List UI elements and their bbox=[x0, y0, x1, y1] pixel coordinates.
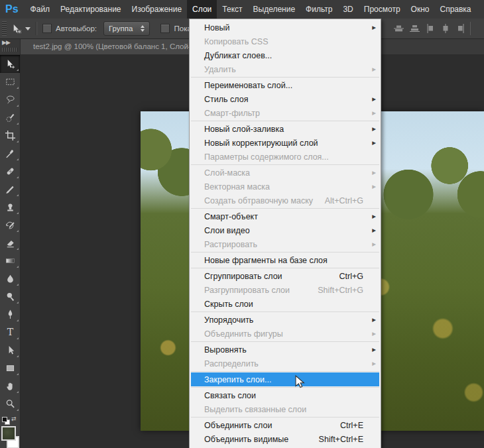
swap-colors-icon[interactable]: ⇄ bbox=[11, 416, 17, 422]
menu-3d[interactable]: 3D bbox=[337, 0, 358, 19]
path-selection-tool[interactable] bbox=[0, 341, 20, 359]
show-transform-checkbox[interactable] bbox=[160, 24, 170, 33]
lasso-tool[interactable] bbox=[0, 91, 20, 109]
menubar: Ps Файл Редактирование Изображение Слои … bbox=[0, 0, 484, 19]
menu-view[interactable]: Просмотр bbox=[359, 0, 406, 19]
menu-item-link-layers[interactable]: Связать слои bbox=[190, 388, 381, 402]
autoselect-target-value: Группа bbox=[109, 25, 133, 32]
shortcut-label: Shift+Ctrl+E bbox=[311, 435, 363, 444]
default-colors-icon[interactable] bbox=[2, 417, 7, 422]
menu-item-arrange[interactable]: Упорядочить▶ bbox=[190, 313, 381, 327]
move-tool[interactable] bbox=[0, 55, 20, 73]
menu-item-group-layers[interactable]: Сгруппировать слоиCtrl+G bbox=[190, 269, 381, 283]
menu-item-layer-style[interactable]: Стиль слоя▶ bbox=[190, 92, 381, 106]
gradient-tool[interactable] bbox=[0, 252, 20, 270]
menu-item-hide-layers[interactable]: Скрыть слои bbox=[190, 297, 381, 311]
menu-select[interactable]: Выделение bbox=[248, 0, 301, 19]
menu-item-ungroup-layers: Разгруппировать слоиShift+Ctrl+G bbox=[190, 283, 381, 297]
align-left-edges-icon[interactable] bbox=[426, 24, 435, 33]
tool-panel: ▶▶ bbox=[0, 38, 21, 448]
options-separator-right bbox=[470, 22, 471, 35]
submenu-arrow-icon: ▶ bbox=[372, 213, 376, 219]
align-horizontal-centers-icon[interactable] bbox=[441, 24, 450, 33]
submenu-arrow-icon: ▶ bbox=[372, 25, 376, 30]
type-tool[interactable]: T bbox=[0, 323, 20, 341]
zoom-tool[interactable] bbox=[0, 395, 20, 413]
menu-type[interactable]: Текст bbox=[217, 0, 247, 19]
shortcut-label: Shift+Ctrl+G bbox=[310, 286, 363, 295]
eyedropper-tool[interactable] bbox=[0, 144, 20, 162]
submenu-arrow-icon: ▶ bbox=[372, 170, 376, 176]
brush-icon bbox=[5, 184, 16, 195]
menu-item-smart-object[interactable]: Смарт-объект▶ bbox=[190, 209, 381, 223]
dodge-tool[interactable] bbox=[0, 288, 20, 306]
menu-separator bbox=[191, 164, 379, 165]
align-vertical-centers-icon[interactable] bbox=[394, 24, 404, 33]
hand-tool[interactable] bbox=[0, 377, 20, 395]
collapse-panel-icon[interactable]: ▶▶ bbox=[2, 39, 10, 46]
current-tool-button[interactable] bbox=[11, 23, 30, 34]
svg-text:T: T bbox=[7, 327, 13, 337]
blur-tool[interactable] bbox=[0, 270, 20, 288]
eyedropper-icon bbox=[5, 148, 16, 159]
quick-selection-icon bbox=[5, 112, 16, 123]
menu-item-smart-filter: Смарт-фильтр▶ bbox=[190, 106, 381, 120]
menu-item-lock-layers[interactable]: Закрепить слои... bbox=[191, 372, 379, 386]
menu-item-distribute: Распределить▶ bbox=[190, 357, 381, 370]
pen-tool[interactable] bbox=[0, 306, 20, 323]
menu-filter[interactable]: Фильтр bbox=[300, 0, 337, 19]
quick-selection-tool[interactable] bbox=[0, 109, 20, 127]
menu-layers[interactable]: Слои bbox=[187, 0, 217, 19]
tool-panel-grip[interactable] bbox=[2, 48, 18, 52]
clone-stamp-icon bbox=[5, 201, 16, 213]
menu-edit[interactable]: Редактирование bbox=[55, 0, 126, 19]
menu-file[interactable]: Файл bbox=[25, 0, 56, 19]
healing-brush-icon bbox=[5, 166, 16, 177]
options-bar-grip[interactable] bbox=[2, 21, 7, 36]
menu-separator bbox=[191, 311, 379, 312]
foreground-color-swatch[interactable] bbox=[1, 426, 16, 441]
tool-preset-caret-icon bbox=[25, 27, 30, 30]
eraser-tool[interactable] bbox=[0, 234, 20, 252]
document-tab[interactable]: test2.jpg @ 100% (Цветовой баланс 1, Сло… bbox=[20, 38, 200, 54]
rectangular-marquee-icon bbox=[5, 76, 16, 87]
menu-separator bbox=[191, 268, 379, 268]
shortcut-label: Alt+Ctrl+G bbox=[317, 196, 363, 205]
align-bottom-edges-icon[interactable] bbox=[410, 24, 420, 33]
autoselect-checkbox[interactable] bbox=[42, 24, 52, 33]
menu-window[interactable]: Окно bbox=[406, 0, 435, 19]
rectangular-marquee-tool[interactable] bbox=[0, 73, 20, 91]
menu-item-create-clipping-mask: Создать обтравочную маскуAlt+Ctrl+G bbox=[190, 194, 381, 207]
menu-separator bbox=[191, 121, 379, 121]
history-brush-tool[interactable] bbox=[0, 216, 20, 234]
menu-separator bbox=[191, 387, 379, 388]
menu-item-new[interactable]: Новый▶ bbox=[190, 21, 381, 34]
menu-item-rasterize: Растрировать▶ bbox=[190, 237, 381, 251]
brush-tool[interactable] bbox=[0, 180, 20, 198]
menu-item-align[interactable]: Выровнять▶ bbox=[190, 343, 381, 357]
menu-item-merge-visible[interactable]: Объединить видимыеShift+Ctrl+E bbox=[190, 432, 381, 446]
menu-item-new-adjustment-layer[interactable]: Новый корректирующий слой▶ bbox=[190, 136, 381, 150]
hand-icon bbox=[5, 380, 16, 392]
submenu-arrow-icon: ▶ bbox=[372, 110, 376, 116]
menu-item-video-layers[interactable]: Слои видео▶ bbox=[190, 223, 381, 237]
menu-item-layer-mask: Слой-маска▶ bbox=[190, 166, 381, 180]
path-selection-icon bbox=[5, 345, 16, 356]
submenu-arrow-icon: ▶ bbox=[372, 66, 376, 72]
clone-stamp-tool[interactable] bbox=[0, 198, 20, 216]
menu-item-merge-layers[interactable]: Объединить слоиCtrl+E bbox=[190, 418, 381, 432]
menu-item-duplicate-layers[interactable]: Дубликат слоев... bbox=[190, 48, 381, 62]
crop-tool[interactable] bbox=[0, 127, 20, 144]
submenu-arrow-icon: ▶ bbox=[372, 126, 376, 132]
menu-item-new-fill-layer[interactable]: Новый слой-заливка▶ bbox=[190, 122, 381, 136]
eraser-icon bbox=[5, 237, 16, 249]
autoselect-target-dropdown[interactable]: Группа bbox=[103, 21, 150, 36]
menu-item-rename-layer[interactable]: Переименовать слой... bbox=[190, 78, 381, 92]
menu-image[interactable]: Изображение bbox=[127, 0, 188, 19]
tool-panel-header: ▶▶ bbox=[0, 38, 20, 55]
spot-healing-brush-tool[interactable] bbox=[0, 162, 20, 180]
align-right-edges-icon[interactable] bbox=[456, 24, 465, 33]
menu-help[interactable]: Справка bbox=[434, 0, 476, 19]
rectangle-tool[interactable] bbox=[0, 359, 20, 377]
menu-item-new-layer-based-slices[interactable]: Новые фрагменты на базе слоя bbox=[190, 253, 381, 267]
